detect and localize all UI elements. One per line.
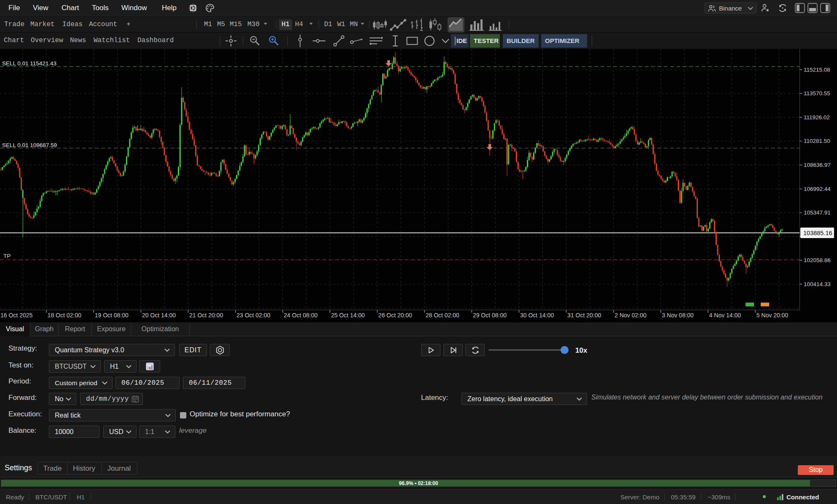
- svg-text:2 Nov 02:00: 2 Nov 02:00: [614, 312, 647, 319]
- svg-text:25 Oct 14:00: 25 Oct 14:00: [331, 312, 365, 319]
- svg-text:108636.97: 108636.97: [804, 162, 831, 168]
- svg-text:20 Oct 14:00: 20 Oct 14:00: [142, 312, 176, 319]
- svg-text:23 Oct 02:00: 23 Oct 02:00: [236, 312, 270, 319]
- svg-text:16 Oct 2025: 16 Oct 2025: [0, 312, 32, 319]
- svg-text:29 Oct 08:00: 29 Oct 08:00: [473, 312, 507, 319]
- svg-text:SELL 0.01 109687.59: SELL 0.01 109687.59: [2, 142, 57, 148]
- svg-text:24 Oct 08:00: 24 Oct 08:00: [284, 312, 317, 319]
- svg-text:105347.91: 105347.91: [804, 209, 831, 216]
- svg-text:3 Nov 08:00: 3 Nov 08:00: [662, 312, 694, 319]
- svg-text:26 Oct 20:00: 26 Oct 20:00: [378, 312, 412, 319]
- svg-text:102058.86: 102058.86: [804, 257, 831, 263]
- svg-text:5 Nov 20:00: 5 Nov 20:00: [757, 312, 789, 319]
- svg-text:31 Oct 20:00: 31 Oct 20:00: [567, 312, 601, 319]
- svg-text:SELL 0.01 115421.43: SELL 0.01 115421.43: [2, 60, 56, 67]
- svg-text:19 Oct 08:00: 19 Oct 08:00: [95, 312, 129, 319]
- svg-text:103885.16: 103885.16: [803, 230, 832, 236]
- svg-text:4 Nov 14:00: 4 Nov 14:00: [709, 312, 741, 319]
- svg-text:113570.55: 113570.55: [804, 90, 830, 97]
- svg-text:111926.02: 111926.02: [804, 114, 830, 121]
- svg-text:100414.33: 100414.33: [804, 281, 831, 287]
- svg-text:21 Oct 20:00: 21 Oct 20:00: [189, 312, 223, 319]
- svg-text:28 Oct 02:00: 28 Oct 02:00: [426, 312, 459, 319]
- svg-text:110281.50: 110281.50: [804, 138, 830, 144]
- svg-text:30 Oct 14:00: 30 Oct 14:00: [520, 312, 554, 319]
- svg-text:106992.44: 106992.44: [804, 186, 831, 192]
- svg-text:115215.08: 115215.08: [804, 67, 830, 73]
- svg-text:18 Oct 02:00: 18 Oct 02:00: [48, 312, 81, 319]
- svg-text:TP: TP: [3, 253, 11, 259]
